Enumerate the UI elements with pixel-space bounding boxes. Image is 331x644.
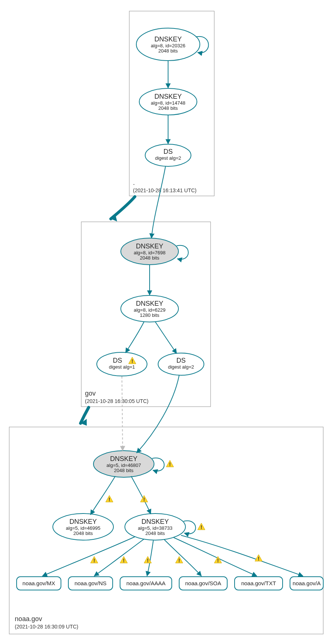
- edge-rootds-govksk: [151, 166, 166, 238]
- svg-text:2048 bits: 2048 bits: [158, 105, 178, 111]
- edge-zsk2-ns: [94, 539, 144, 576]
- warning-icon: [255, 555, 262, 562]
- svg-text:DS: DS: [113, 357, 122, 364]
- svg-text:DNSKEY: DNSKEY: [141, 518, 169, 525]
- svg-text:DNSKEY: DNSKEY: [154, 35, 182, 43]
- svg-text:DNSKEY: DNSKEY: [136, 300, 163, 307]
- edge-noaaksk-zsk1: [91, 476, 115, 515]
- edge-zsk2-a: [181, 535, 303, 576]
- node-noaa-zsk2[interactable]: DNSKEY alg=5, id=38733 2048 bits: [125, 513, 185, 540]
- svg-text:2048 bits: 2048 bits: [114, 468, 134, 473]
- node-gov-zsk[interactable]: DNSKEY alg=8, id=6229 1280 bits: [121, 295, 178, 322]
- svg-text:noaa.gov/NS: noaa.gov/NS: [75, 580, 107, 586]
- svg-text:alg=8, id=6229: alg=8, id=6229: [134, 307, 166, 313]
- warning-icon: [91, 556, 98, 563]
- svg-text:2048 bits: 2048 bits: [140, 255, 160, 261]
- node-rr-aaaa[interactable]: noaa.gov/AAAA: [120, 577, 172, 590]
- svg-text:noaa.gov/AAAA: noaa.gov/AAAA: [126, 580, 166, 586]
- zone-root-title: .: [133, 179, 135, 186]
- node-gov-ksk[interactable]: DNSKEY alg=8, id=7698 2048 bits: [121, 238, 178, 265]
- node-noaa-ksk[interactable]: DNSKEY alg=5, id=46807 2048 bits: [93, 451, 154, 477]
- warning-icon: [175, 556, 183, 563]
- svg-text:digest alg=1: digest alg=1: [109, 364, 135, 370]
- svg-text:2048 bits: 2048 bits: [146, 531, 165, 536]
- edge-zsk2-txt: [174, 538, 257, 576]
- svg-text:digest alg=2: digest alg=2: [168, 364, 194, 370]
- edge-govzsk-ds1: [126, 322, 144, 353]
- zone-noaa-title: noaa.gov: [15, 615, 42, 623]
- svg-text:2048 bits: 2048 bits: [74, 531, 93, 536]
- warning-icon: [140, 495, 148, 502]
- node-noaa-zsk1[interactable]: DNSKEY alg=5, id=46995 2048 bits: [53, 513, 113, 540]
- svg-text:DNSKEY: DNSKEY: [110, 455, 137, 462]
- warning-icon: [120, 556, 127, 563]
- svg-text:2048 bits: 2048 bits: [158, 48, 178, 54]
- warning-icon: [198, 523, 205, 530]
- edge-noaaksk-zsk2: [131, 476, 151, 514]
- node-rr-ns[interactable]: noaa.gov/NS: [68, 577, 113, 590]
- warning-icon: [106, 495, 113, 502]
- node-root-ds[interactable]: DS digest alg=2: [145, 144, 191, 166]
- node-rr-a[interactable]: noaa.gov/A: [290, 577, 323, 590]
- svg-text:noaa.gov/TXT: noaa.gov/TXT: [241, 580, 276, 586]
- svg-text:DS: DS: [163, 148, 173, 155]
- svg-text:DNSKEY: DNSKEY: [154, 93, 182, 100]
- edge-zsk2-soa: [164, 540, 201, 576]
- svg-text:alg=5, id=46995: alg=5, id=46995: [66, 525, 100, 531]
- svg-text:noaa.gov/A: noaa.gov/A: [293, 580, 321, 586]
- edge-govzsk-ds2: [155, 322, 177, 353]
- zone-noaa-timestamp: (2021-10-28 16:30:09 UTC): [15, 624, 78, 630]
- edge-ds2-noaaksk: [137, 375, 179, 453]
- zone-root-timestamp: (2021-10-28 16:13:41 UTC): [133, 187, 197, 193]
- svg-text:1280 bits: 1280 bits: [140, 312, 160, 318]
- svg-text:alg=8, id=7698: alg=8, id=7698: [134, 250, 166, 255]
- zone-gov-timestamp: (2021-10-28 16:30:05 UTC): [85, 398, 149, 404]
- svg-text:noaa.gov/MX: noaa.gov/MX: [23, 580, 55, 586]
- node-gov-ds2[interactable]: DS digest alg=2: [158, 353, 204, 375]
- node-rr-txt[interactable]: noaa.gov/TXT: [235, 577, 283, 590]
- node-root-zsk[interactable]: DNSKEY alg=8, id=14748 2048 bits: [139, 88, 197, 115]
- warning-icon: [214, 556, 222, 563]
- svg-text:alg=5, id=46807: alg=5, id=46807: [106, 462, 141, 468]
- node-rr-mx[interactable]: noaa.gov/MX: [17, 577, 61, 590]
- svg-text:digest alg=2: digest alg=2: [155, 155, 181, 161]
- node-rr-soa[interactable]: noaa.gov/SOA: [179, 577, 227, 590]
- svg-text:alg=5, id=38733: alg=5, id=38733: [138, 525, 172, 531]
- svg-text:alg=8, id=14748: alg=8, id=14748: [151, 100, 185, 106]
- svg-text:DNSKEY: DNSKEY: [69, 518, 97, 525]
- svg-text:noaa.gov/SOA: noaa.gov/SOA: [185, 580, 221, 586]
- zone-gov-title: gov: [85, 390, 96, 397]
- edge-ds1-noaaksk: [122, 376, 123, 451]
- svg-text:DS: DS: [176, 357, 185, 364]
- warning-icon: [166, 460, 174, 467]
- svg-text:alg=8, id=20326: alg=8, id=20326: [151, 43, 185, 48]
- node-gov-ds1[interactable]: DS digest alg=1: [97, 352, 147, 376]
- node-root-ksk[interactable]: DNSKEY alg=8, id=20326 2048 bits: [136, 28, 200, 61]
- svg-text:DNSKEY: DNSKEY: [136, 243, 163, 250]
